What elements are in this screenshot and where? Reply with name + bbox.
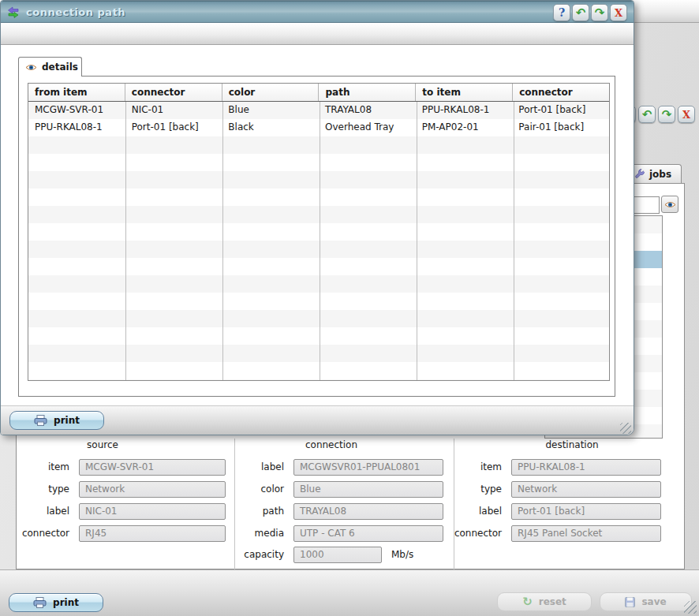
bottom-bar: print ↻ reset save bbox=[0, 569, 699, 616]
redo-button[interactable]: ↷ bbox=[658, 106, 675, 123]
cell-path: TRAYAL08 bbox=[319, 102, 416, 119]
source-connector-label: connector bbox=[8, 525, 69, 542]
print-button-label: print bbox=[53, 597, 79, 608]
dialog-title: connection path bbox=[26, 6, 125, 18]
column-header-connector: connector bbox=[125, 84, 222, 101]
column-header-from-item: from item bbox=[28, 84, 125, 101]
source-item-label: item bbox=[8, 459, 69, 476]
tab-details-label: details bbox=[42, 62, 78, 73]
cell-to-item: PPU-RKAL08-1 bbox=[416, 102, 513, 119]
connection-path-field: TRAYAL08 bbox=[293, 503, 443, 520]
cell-connector: NIC-01 bbox=[125, 102, 222, 119]
destination-label-field: Port-01 [back] bbox=[511, 503, 661, 520]
connection-media-field: UTP - CAT 6 bbox=[293, 525, 443, 542]
table-header: from item connector color path to item c… bbox=[28, 84, 609, 102]
connection-color-field: Blue bbox=[293, 481, 443, 498]
destination-type-label: type bbox=[430, 481, 502, 498]
swap-arrows-icon bbox=[6, 6, 20, 21]
undo-arrow-icon: ↶ bbox=[576, 7, 586, 19]
source-type-field: Network bbox=[79, 481, 226, 498]
eye-icon bbox=[25, 63, 37, 72]
screen: ? ↶ ↷ X jobs source item MCGW-SVR-01 bbox=[0, 0, 699, 616]
redo-arrow-icon: ↷ bbox=[595, 7, 605, 19]
save-button: save bbox=[600, 592, 692, 611]
reset-icon: ↻ bbox=[522, 595, 533, 609]
table-row[interactable]: MCGW-SVR-01 NIC-01 Blue TRAYAL08 PPU-RKA… bbox=[28, 102, 609, 119]
printer-icon bbox=[33, 597, 47, 608]
reset-button: ↻ reset bbox=[497, 592, 592, 611]
table-body: MCGW-SVR-01 NIC-01 Blue TRAYAL08 PPU-RKA… bbox=[28, 102, 609, 380]
resize-grip[interactable] bbox=[684, 601, 697, 614]
table-row[interactable]: PPU-RKAL08-1 Port-01 [back] Black Overhe… bbox=[28, 119, 609, 136]
cell-connector: Port-01 [back] bbox=[125, 119, 222, 136]
cell-from-item: PPU-RKAL08-1 bbox=[28, 119, 125, 136]
column-divider bbox=[417, 102, 417, 380]
connection-section-heading: connection bbox=[260, 439, 402, 450]
close-button[interactable]: X bbox=[678, 106, 695, 123]
dialog-footer: print bbox=[1, 405, 634, 435]
dialog-resize-grip[interactable] bbox=[620, 423, 631, 434]
save-floppy-icon bbox=[625, 597, 635, 607]
redo-arrow-icon: ↷ bbox=[662, 109, 672, 121]
cell-to-item: PM-AP02-01 bbox=[416, 119, 513, 136]
connection-capacity-field: 1000 bbox=[293, 547, 382, 563]
connection-path-table: from item connector color path to item c… bbox=[28, 83, 610, 381]
reset-button-label: reset bbox=[539, 596, 566, 607]
cell-from-item: MCGW-SVR-01 bbox=[28, 102, 125, 119]
connection-media-label: media bbox=[213, 525, 284, 542]
source-type-label: type bbox=[8, 481, 69, 498]
undo-arrow-icon: ↶ bbox=[642, 109, 652, 121]
undo-button[interactable]: ↶ bbox=[638, 106, 656, 123]
connection-label-label: label bbox=[213, 459, 284, 476]
source-label-field: NIC-01 bbox=[79, 503, 226, 520]
view-button[interactable] bbox=[661, 196, 678, 213]
cell-color: Blue bbox=[222, 102, 319, 119]
cell-path: Overhead Tray bbox=[319, 119, 416, 136]
tab-details[interactable]: details bbox=[18, 57, 82, 77]
printer-icon bbox=[34, 415, 47, 426]
wrench-icon bbox=[634, 169, 645, 180]
dialog-undo-button[interactable]: ↶ bbox=[572, 4, 589, 21]
save-button-label: save bbox=[641, 596, 666, 607]
tab-jobs[interactable]: jobs bbox=[630, 164, 682, 183]
column-divider bbox=[514, 102, 514, 380]
source-section-heading: source bbox=[32, 439, 174, 450]
print-button[interactable]: print bbox=[9, 593, 103, 612]
column-header-color: color bbox=[222, 84, 320, 101]
cell-color: Black bbox=[222, 119, 319, 136]
cell-connector-2: Pair-01 [back] bbox=[512, 119, 609, 136]
source-label-label: label bbox=[8, 503, 69, 520]
close-icon: X bbox=[682, 110, 690, 120]
dialog-print-button-label: print bbox=[54, 415, 80, 426]
help-icon: ? bbox=[559, 7, 565, 18]
dialog-redo-button[interactable]: ↷ bbox=[591, 4, 608, 21]
source-connector-field: RJ45 bbox=[79, 525, 226, 542]
dialog-titlebar[interactable]: connection path ? ↶ ↷ X bbox=[1, 1, 634, 23]
destination-label-label: label bbox=[430, 503, 502, 520]
capacity-unit-label: Mb/s bbox=[391, 547, 413, 563]
destination-connector-field: RJ45 Panel Socket bbox=[511, 525, 661, 542]
dialog-help-button[interactable]: ? bbox=[553, 4, 570, 21]
tab-jobs-label: jobs bbox=[649, 169, 671, 180]
close-icon: X bbox=[615, 8, 622, 18]
column-divider bbox=[222, 102, 223, 380]
connection-label-field: MCGWSVR01-PPUAL0801 bbox=[293, 459, 443, 476]
connection-color-label: color bbox=[213, 481, 284, 498]
dialog-print-button[interactable]: print bbox=[9, 411, 104, 430]
column-header-connector-2: connector bbox=[513, 84, 609, 101]
connection-capacity-label: capacity bbox=[213, 547, 284, 563]
column-divider bbox=[125, 102, 126, 380]
destination-type-field: Network bbox=[511, 481, 661, 498]
column-divider bbox=[320, 102, 320, 380]
eye-icon bbox=[664, 200, 676, 209]
dialog-close-button[interactable]: X bbox=[610, 4, 627, 21]
source-item-field: MCGW-SVR-01 bbox=[79, 459, 226, 476]
cell-connector-2: Port-01 [back] bbox=[512, 102, 609, 119]
column-header-path: path bbox=[319, 84, 416, 101]
dialog-band bbox=[1, 24, 634, 45]
destination-connector-label: connector bbox=[430, 525, 502, 542]
destination-item-label: item bbox=[430, 459, 502, 476]
destination-item-field: PPU-RKAL08-1 bbox=[511, 459, 661, 476]
connection-path-dialog: connection path ? ↶ ↷ X bbox=[0, 0, 634, 435]
column-header-to-item: to item bbox=[416, 84, 513, 101]
